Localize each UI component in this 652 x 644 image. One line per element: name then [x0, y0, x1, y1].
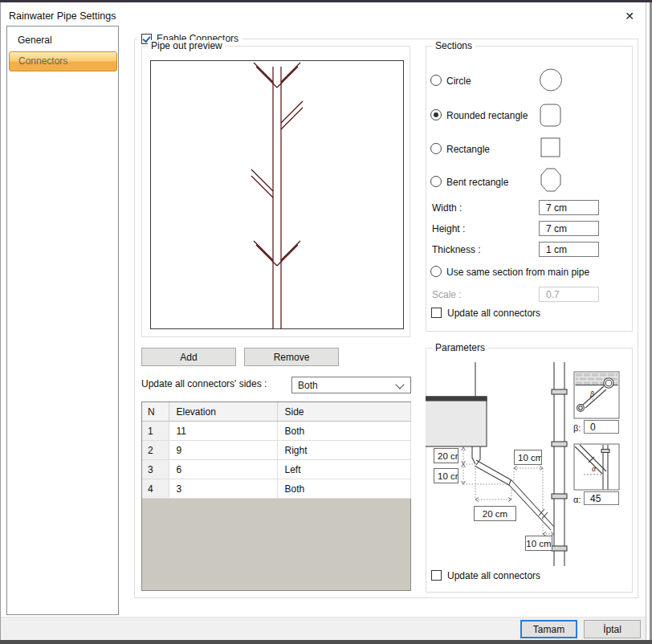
sections-update-all-label[interactable]: Update all connectors — [447, 308, 540, 319]
rounded-rectangle-shape-icon — [540, 104, 562, 128]
add-button[interactable]: Add — [141, 348, 236, 366]
update-sides-dropdown[interactable]: Both — [291, 377, 411, 393]
radio-rounded-rectangle[interactable] — [430, 109, 442, 120]
update-sides-label: Update all connectors' sides : — [141, 378, 267, 389]
svg-text:β: β — [589, 390, 594, 398]
cell-side[interactable]: Both — [277, 479, 410, 499]
dimension-box-10cm-top: 10 cm — [514, 450, 542, 465]
width-field[interactable] — [539, 200, 599, 215]
window-left-border — [0, 2, 1, 640]
close-button[interactable]: ✕ — [618, 7, 641, 25]
alpha-field[interactable] — [584, 491, 619, 505]
cell-n[interactable]: 2 — [142, 441, 169, 460]
thickness-label: Thickness : — [432, 244, 481, 255]
sidebar-item-label: General — [18, 35, 52, 46]
dimension-box-10cm-vertical: 10 cm — [434, 468, 458, 483]
close-icon: ✕ — [625, 10, 634, 22]
radio-use-same-section[interactable] — [430, 266, 442, 277]
width-label: Width : — [432, 202, 462, 214]
cell-side[interactable]: Both — [277, 422, 410, 441]
cell-n[interactable]: 1 — [142, 422, 169, 441]
radio-circle[interactable] — [430, 75, 442, 86]
scale-label: Scale : — [432, 289, 462, 300]
rectangle-shape-icon — [540, 137, 561, 158]
column-header-elevation[interactable]: Elevation — [169, 402, 277, 422]
chevron-down-icon — [395, 380, 404, 389]
ok-button-label: Tamam — [533, 624, 564, 635]
dimension-box-20cm-horizontal: 20 cm — [474, 506, 516, 521]
window-bottom-edge — [0, 640, 652, 644]
settings-category-list: General Connectors — [6, 26, 119, 615]
use-same-section-label[interactable]: Use same section from main pipe — [446, 267, 589, 278]
sections-update-all-checkbox[interactable] — [431, 308, 442, 318]
cancel-button[interactable]: İptal — [584, 620, 641, 638]
window-right-border — [646, 2, 646, 640]
radio-rounded-rectangle-label[interactable]: Rounded rectangle — [446, 110, 528, 121]
remove-button[interactable]: Remove — [244, 348, 339, 366]
update-sides-value: Both — [298, 379, 318, 393]
beta-label: β: — [573, 423, 581, 433]
height-field[interactable] — [539, 221, 599, 236]
cell-n[interactable]: 3 — [142, 460, 169, 479]
cell-elevation[interactable]: 6 — [169, 460, 277, 479]
table-row[interactable]: 3 6 Left — [142, 460, 410, 479]
circle-shape-icon — [539, 68, 563, 92]
window-title: Rainwater Pipe Settings — [9, 10, 116, 22]
alpha-label: α: — [573, 495, 581, 504]
sections-title: Sections — [432, 40, 475, 51]
dimension-box-10cm-bottom: 10 cm — [525, 536, 552, 551]
title-bar: Rainwater Pipe Settings ✕ — [1, 2, 646, 26]
column-header-side[interactable]: Side — [277, 402, 410, 422]
beta-field[interactable] — [584, 420, 619, 434]
ok-button[interactable]: Tamam — [520, 620, 577, 638]
height-label: Height : — [432, 223, 465, 234]
sidebar-item-label: Connectors — [18, 55, 67, 67]
pipe-preview-title: Pipe out preview — [148, 40, 226, 51]
bent-rectangle-shape-icon — [540, 168, 562, 193]
table-header-row: N Elevation Side — [142, 402, 410, 422]
remove-button-label: Remove — [274, 352, 310, 363]
cell-side[interactable]: Left — [277, 460, 410, 479]
scale-field — [539, 287, 599, 302]
parameters-update-all-label[interactable]: Update all connectors — [447, 570, 540, 581]
cell-elevation[interactable]: 11 — [169, 422, 277, 441]
table-row[interactable]: 2 9 Right — [142, 441, 410, 460]
pipe-preview-drawing — [151, 61, 403, 328]
cell-n[interactable]: 4 — [142, 479, 169, 499]
table-row[interactable]: 4 3 Both — [142, 479, 410, 499]
cancel-button-label: İptal — [603, 624, 621, 635]
sidebar-item-connectors[interactable]: Connectors — [9, 51, 117, 71]
connectors-table-container: N Elevation Side 1 11 Both 2 9 Right 3 6… — [141, 401, 411, 591]
table-row[interactable]: 1 11 Both — [142, 422, 410, 441]
radio-bent-rectangle[interactable] — [430, 176, 442, 187]
add-button-label: Add — [180, 352, 197, 363]
dimension-box-20cm-vertical: 20 cm — [434, 448, 458, 463]
connectors-table: N Elevation Side 1 11 Both 2 9 Right 3 6… — [142, 402, 411, 499]
parameters-update-all-checkbox[interactable] — [431, 570, 442, 581]
radio-bent-rectangle-label[interactable]: Bent rectangle — [446, 177, 508, 188]
radio-rectangle-label[interactable]: Rectangle — [446, 144, 490, 155]
pipe-preview-canvas — [150, 60, 404, 329]
cell-side[interactable]: Right — [277, 441, 410, 460]
cell-elevation[interactable]: 3 — [169, 479, 277, 499]
sidebar-item-general[interactable]: General — [9, 30, 116, 51]
cell-elevation[interactable]: 9 — [169, 441, 277, 460]
radio-circle-label[interactable]: Circle — [446, 75, 471, 87]
thickness-field[interactable] — [539, 242, 599, 257]
radio-rectangle[interactable] — [430, 143, 442, 154]
column-header-n[interactable]: N — [142, 402, 169, 422]
